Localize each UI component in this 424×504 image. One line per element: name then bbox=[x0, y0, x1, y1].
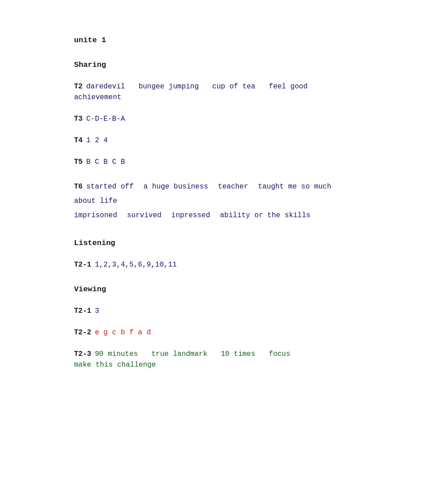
viewing-t2-1-answer: 3 bbox=[95, 307, 99, 315]
t2-row: T2 daredevil bungee jumping cup of tea f… bbox=[74, 83, 370, 101]
viewing-t2-1-row: T2-1 3 bbox=[74, 307, 370, 315]
viewing-t2-3-answer-2: true landmark bbox=[151, 350, 207, 358]
t6-item-1: started off bbox=[86, 180, 134, 194]
t4-answer: 1 2 4 bbox=[86, 136, 108, 145]
viewing-t2-3-row: T2-3 90 minutes true landmark 10 times f… bbox=[74, 350, 370, 369]
viewing-t2-3-answer-3: 10 times bbox=[221, 350, 255, 358]
t2-answer-5: achievement bbox=[74, 93, 122, 101]
t6-block: T6 started off a huge business teacher t… bbox=[74, 180, 370, 223]
t6-item-5: about life bbox=[74, 194, 117, 208]
viewing-t2-3-answer-1: 90 minutes bbox=[95, 350, 138, 358]
viewing-t2-3-answer-5: make this challenge bbox=[74, 361, 156, 369]
listening-section: Listening T2-1 1,2,3,4,5,6,9,10,11 bbox=[74, 239, 370, 269]
t3-label: T3 bbox=[74, 115, 83, 123]
t6-item-3: teacher bbox=[218, 180, 248, 194]
t6-line1: T6 started off a huge business teacher t… bbox=[74, 180, 370, 208]
t2-answer-3: cup of tea bbox=[212, 83, 255, 91]
t6-item-9: ability or the skills bbox=[220, 208, 310, 223]
t6-item-8: inpressed bbox=[171, 208, 210, 223]
listening-t2-1-answer: 1,2,3,4,5,6,9,10,11 bbox=[95, 261, 176, 269]
t2-answer-4: feel good bbox=[269, 83, 307, 91]
listening-t2-1-label: T2-1 bbox=[74, 261, 91, 269]
t4-row: T4 1 2 4 bbox=[74, 136, 370, 145]
t3-answer: C-D-E-B-A bbox=[86, 115, 125, 123]
viewing-t2-1-label: T2-1 bbox=[74, 307, 91, 315]
listening-label: Listening bbox=[74, 239, 370, 247]
sharing-label: Sharing bbox=[74, 61, 370, 69]
t3-row: T3 C-D-E-B-A bbox=[74, 115, 370, 123]
t6-item-2: a huge business bbox=[144, 180, 208, 194]
t2-answer-1: daredevil bbox=[86, 83, 125, 91]
t6-item-7: survived bbox=[127, 208, 162, 223]
viewing-t2-3-answer-4: focus bbox=[269, 350, 290, 358]
t6-label: T6 bbox=[74, 180, 83, 194]
viewing-t2-3-label: T2-3 bbox=[74, 350, 91, 358]
t2-answer-2: bungee jumping bbox=[139, 83, 199, 91]
t6-item-4: taught me so much bbox=[258, 180, 331, 194]
sharing-section: Sharing T2 daredevil bungee jumping cup … bbox=[74, 61, 370, 223]
t6-item-6: imprisoned bbox=[74, 208, 117, 223]
t4-label: T4 bbox=[74, 136, 83, 145]
listening-t2-1-row: T2-1 1,2,3,4,5,6,9,10,11 bbox=[74, 261, 370, 269]
viewing-t2-2-answer: e g c b f a d bbox=[95, 329, 151, 337]
t5-answer: B C B C B bbox=[86, 158, 125, 166]
t5-row: T5 B C B C B bbox=[74, 158, 370, 166]
t5-label: T5 bbox=[74, 158, 83, 166]
viewing-label: Viewing bbox=[74, 285, 370, 294]
t2-label: T2 bbox=[74, 83, 83, 91]
t6-line2: imprisoned survived inpressed ability or… bbox=[74, 208, 370, 223]
viewing-t2-2-row: T2-2 e g c b f a d bbox=[74, 329, 370, 337]
page: unite 1 Sharing T2 daredevil bungee jump… bbox=[0, 0, 424, 504]
viewing-section: Viewing T2-1 3 T2-2 e g c b f a d T2-3 9… bbox=[74, 285, 370, 369]
viewing-t2-2-label: T2-2 bbox=[74, 329, 91, 337]
unit-title: unite 1 bbox=[74, 36, 370, 44]
